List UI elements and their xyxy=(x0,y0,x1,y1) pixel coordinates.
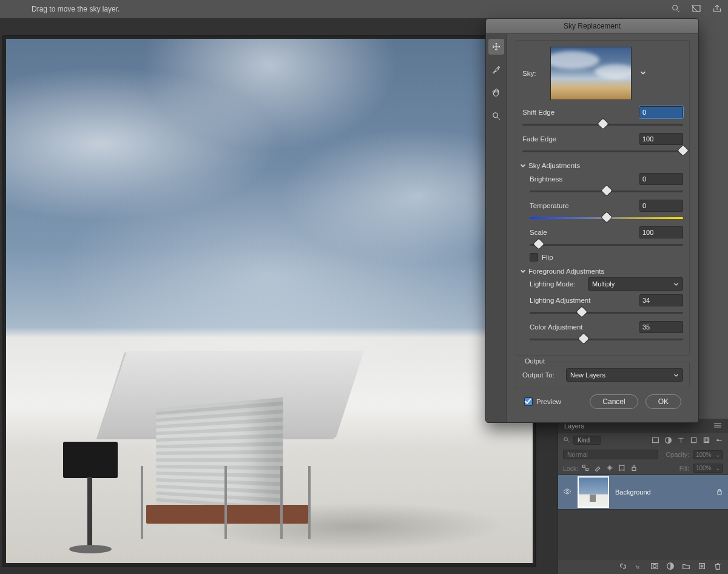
lock-all-icon[interactable] xyxy=(630,464,638,473)
sky-label: Sky: xyxy=(522,70,545,77)
shift-edge-input[interactable]: 0 xyxy=(639,106,683,118)
layers-panel: Layers Kind Normal Opacity: 100%⌄ xyxy=(558,419,728,574)
color-adj-input[interactable]: 35 xyxy=(639,321,683,333)
svg-rect-17 xyxy=(586,468,588,470)
svg-line-1 xyxy=(677,10,679,12)
svg-text:fx: fx xyxy=(636,564,640,569)
foreground-adjustments-header[interactable]: Foreground Adjustments xyxy=(520,268,683,275)
panel-menu-icon[interactable] xyxy=(713,422,722,430)
scale-input[interactable]: 100 xyxy=(639,226,683,238)
filter-toggle-icon[interactable] xyxy=(715,436,723,444)
svg-line-8 xyxy=(567,441,568,442)
fade-edge-label: Fade Edge xyxy=(522,135,556,143)
zoom-tool-icon[interactable] xyxy=(488,108,504,124)
color-adj-slider[interactable] xyxy=(530,334,683,344)
sky-brush-tool-icon[interactable] xyxy=(488,62,504,78)
output-legend: Output xyxy=(522,357,547,365)
svg-point-20 xyxy=(566,490,568,493)
layer-name: Background xyxy=(615,488,651,496)
layer-row-background[interactable]: Background xyxy=(558,474,728,510)
filter-pixel-icon[interactable] xyxy=(652,436,659,444)
share-icon[interactable] xyxy=(712,4,722,15)
lock-pixels-icon[interactable] xyxy=(594,464,601,473)
sky-replacement-dialog: Sky Replacement Sky: xyxy=(485,18,699,423)
temperature-input[interactable]: 0 xyxy=(639,200,683,212)
blend-mode-select[interactable]: Normal xyxy=(563,450,658,459)
svg-point-27 xyxy=(498,67,500,69)
preview-label: Preview xyxy=(536,398,561,405)
sky-preset-thumbnail[interactable] xyxy=(550,47,632,100)
layers-footer: fx xyxy=(558,559,728,574)
shift-edge-slider[interactable] xyxy=(522,120,683,129)
move-sky-tool-icon[interactable] xyxy=(488,39,504,55)
brightness-slider[interactable] xyxy=(530,186,683,196)
brightness-input[interactable]: 0 xyxy=(639,173,683,185)
opacity-label: Opacity: xyxy=(666,451,689,458)
dialog-toolbar xyxy=(486,34,507,422)
temperature-label: Temperature xyxy=(530,202,569,209)
temperature-slider[interactable] xyxy=(530,213,683,223)
svg-point-7 xyxy=(564,437,568,441)
filter-adjust-icon[interactable] xyxy=(664,436,672,444)
preview-checkbox[interactable] xyxy=(524,397,533,406)
layer-list: Background xyxy=(558,474,728,559)
scale-slider[interactable] xyxy=(530,240,683,249)
adjustment-layer-icon[interactable] xyxy=(666,562,675,572)
layer-effects-icon[interactable]: fx xyxy=(635,562,643,572)
svg-rect-19 xyxy=(632,467,636,470)
svg-point-28 xyxy=(493,113,498,118)
layers-lock-row: Lock: Fill: 100%⌄ xyxy=(558,462,728,474)
color-adj-label: Color Adjustment xyxy=(530,323,583,331)
filter-type-icon[interactable] xyxy=(677,436,685,444)
sky-preset-dropdown-icon[interactable] xyxy=(640,69,646,78)
lighting-adj-label: Lighting Adjustment xyxy=(530,297,590,304)
shift-edge-label: Shift Edge xyxy=(522,109,554,116)
filter-shape-icon[interactable] xyxy=(690,436,698,444)
hand-tool-icon[interactable] xyxy=(488,85,504,101)
fill-input[interactable]: 100%⌄ xyxy=(693,464,723,473)
flip-checkbox[interactable] xyxy=(530,253,538,262)
sky-adjustments-header[interactable]: Sky Adjustments xyxy=(520,162,683,169)
fade-edge-slider[interactable] xyxy=(522,146,683,156)
delete-layer-icon[interactable] xyxy=(713,562,722,572)
opacity-input[interactable]: 100%⌄ xyxy=(693,450,723,459)
search-icon[interactable] xyxy=(563,436,570,444)
grill-pole xyxy=(87,477,92,550)
layers-blend-row: Normal Opacity: 100%⌄ xyxy=(558,447,728,462)
link-layers-icon[interactable] xyxy=(619,562,627,572)
output-to-label: Output To: xyxy=(522,371,562,379)
svg-rect-13 xyxy=(705,439,708,442)
dialog-title[interactable]: Sky Replacement xyxy=(486,19,698,34)
visibility-eye-icon[interactable] xyxy=(563,487,571,497)
new-layer-icon[interactable] xyxy=(698,562,706,572)
frame-layout-icon[interactable] xyxy=(692,4,701,15)
lock-position-icon[interactable] xyxy=(606,464,613,473)
lighting-adj-input[interactable]: 34 xyxy=(639,294,683,306)
document-canvas[interactable] xyxy=(2,35,536,567)
lighting-adj-slider[interactable] xyxy=(530,308,683,317)
grill-base xyxy=(69,545,112,553)
layers-filter-row: Kind xyxy=(558,433,728,447)
svg-line-29 xyxy=(497,117,500,120)
filter-kind-select[interactable]: Kind xyxy=(573,436,601,445)
add-mask-icon[interactable] xyxy=(650,562,659,572)
output-to-select[interactable]: New Layers xyxy=(566,368,683,382)
options-hint: Drag to move the sky layer. xyxy=(32,5,120,13)
svg-rect-18 xyxy=(619,465,624,470)
lock-transparent-icon[interactable] xyxy=(582,464,589,473)
lock-label: Lock: xyxy=(563,465,578,472)
new-group-icon[interactable] xyxy=(682,562,690,572)
svg-rect-21 xyxy=(718,491,721,494)
options-bar: Drag to move the sky layer. xyxy=(0,0,728,18)
cancel-button[interactable]: Cancel xyxy=(590,394,638,409)
layer-thumbnail[interactable] xyxy=(578,476,609,508)
search-icon[interactable] xyxy=(671,4,681,15)
fade-edge-input[interactable]: 100 xyxy=(639,133,683,145)
filter-smart-icon[interactable] xyxy=(703,436,710,444)
ok-button[interactable]: OK xyxy=(645,394,681,409)
layer-lock-icon[interactable] xyxy=(716,488,723,496)
flip-label: Flip xyxy=(542,254,553,261)
scale-label: Scale xyxy=(530,229,547,236)
lighting-mode-select[interactable]: Multiply xyxy=(588,277,683,291)
lock-artboard-icon[interactable] xyxy=(618,464,625,473)
